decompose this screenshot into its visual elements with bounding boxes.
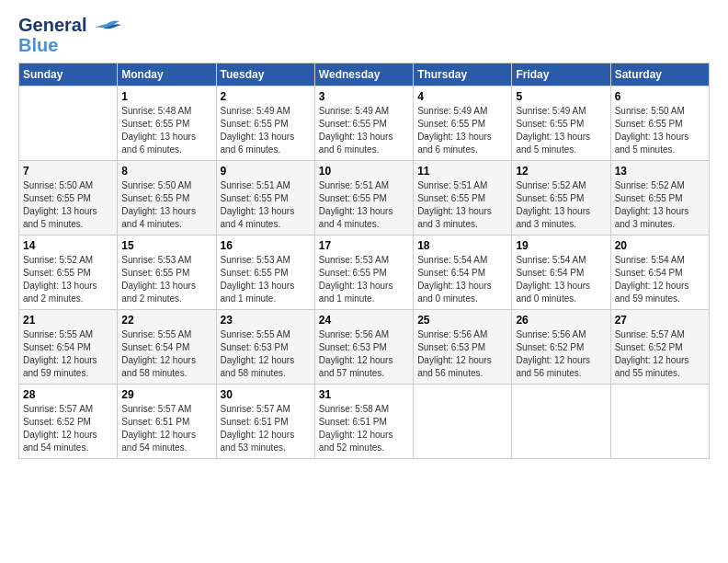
- calendar-cell: 16Sunrise: 5:53 AM Sunset: 6:55 PM Dayli…: [216, 236, 314, 310]
- day-info: Sunrise: 5:49 AM Sunset: 6:55 PM Dayligh…: [319, 105, 409, 156]
- col-header-sunday: Sunday: [19, 63, 118, 86]
- day-number: 18: [417, 239, 507, 252]
- day-number: 29: [121, 388, 211, 401]
- day-info: Sunrise: 5:49 AM Sunset: 6:55 PM Dayligh…: [516, 105, 606, 156]
- day-number: 13: [615, 165, 705, 178]
- calendar-cell: 21Sunrise: 5:55 AM Sunset: 6:54 PM Dayli…: [19, 310, 118, 385]
- day-number: 14: [23, 239, 113, 252]
- calendar-cell: 14Sunrise: 5:52 AM Sunset: 6:55 PM Dayli…: [19, 236, 118, 310]
- calendar-cell: 18Sunrise: 5:54 AM Sunset: 6:54 PM Dayli…: [414, 236, 512, 310]
- day-number: 28: [23, 388, 113, 401]
- day-info: Sunrise: 5:52 AM Sunset: 6:55 PM Dayligh…: [23, 254, 113, 305]
- day-number: 6: [615, 90, 705, 103]
- day-info: Sunrise: 5:53 AM Sunset: 6:55 PM Dayligh…: [221, 254, 311, 305]
- day-number: 23: [221, 314, 311, 327]
- calendar-cell: 23Sunrise: 5:55 AM Sunset: 6:53 PM Dayli…: [216, 310, 314, 385]
- day-info: Sunrise: 5:50 AM Sunset: 6:55 PM Dayligh…: [23, 179, 113, 231]
- calendar-cell: 10Sunrise: 5:51 AM Sunset: 6:55 PM Dayli…: [314, 161, 413, 236]
- day-number: 9: [221, 165, 311, 178]
- day-number: 25: [417, 314, 507, 327]
- day-info: Sunrise: 5:55 AM Sunset: 6:54 PM Dayligh…: [121, 328, 211, 380]
- day-info: Sunrise: 5:55 AM Sunset: 6:54 PM Dayligh…: [23, 328, 113, 380]
- calendar-cell: 1Sunrise: 5:48 AM Sunset: 6:55 PM Daylig…: [118, 86, 216, 161]
- day-info: Sunrise: 5:57 AM Sunset: 6:51 PM Dayligh…: [121, 403, 211, 454]
- day-info: Sunrise: 5:56 AM Sunset: 6:53 PM Dayligh…: [417, 328, 507, 380]
- day-number: 22: [121, 314, 211, 327]
- calendar-cell: 9Sunrise: 5:51 AM Sunset: 6:55 PM Daylig…: [216, 161, 314, 236]
- day-number: 12: [516, 165, 606, 178]
- calendar-cell: 5Sunrise: 5:49 AM Sunset: 6:55 PM Daylig…: [512, 86, 610, 161]
- col-header-tuesday: Tuesday: [216, 63, 314, 86]
- day-number: 31: [319, 388, 409, 401]
- calendar-cell: 17Sunrise: 5:53 AM Sunset: 6:55 PM Dayli…: [314, 236, 413, 310]
- calendar-cell: 31Sunrise: 5:58 AM Sunset: 6:51 PM Dayli…: [314, 385, 413, 459]
- day-number: 17: [319, 239, 409, 252]
- day-info: Sunrise: 5:49 AM Sunset: 6:55 PM Dayligh…: [417, 105, 507, 156]
- week-row-2: 7Sunrise: 5:50 AM Sunset: 6:55 PM Daylig…: [19, 161, 710, 236]
- calendar-cell: 12Sunrise: 5:52 AM Sunset: 6:55 PM Dayli…: [512, 161, 610, 236]
- col-header-friday: Friday: [512, 63, 610, 86]
- week-row-3: 14Sunrise: 5:52 AM Sunset: 6:55 PM Dayli…: [19, 236, 710, 310]
- day-number: 8: [121, 165, 211, 178]
- day-info: Sunrise: 5:57 AM Sunset: 6:52 PM Dayligh…: [615, 328, 705, 380]
- day-number: 26: [516, 314, 606, 327]
- calendar-cell: 15Sunrise: 5:53 AM Sunset: 6:55 PM Dayli…: [118, 236, 216, 310]
- day-info: Sunrise: 5:55 AM Sunset: 6:53 PM Dayligh…: [221, 328, 311, 380]
- day-number: 7: [23, 165, 113, 178]
- calendar-cell: [610, 385, 709, 459]
- calendar-cell: 13Sunrise: 5:52 AM Sunset: 6:55 PM Dayli…: [610, 161, 709, 236]
- calendar-cell: 6Sunrise: 5:50 AM Sunset: 6:55 PM Daylig…: [610, 86, 709, 161]
- day-number: 2: [221, 90, 311, 103]
- calendar-cell: 7Sunrise: 5:50 AM Sunset: 6:55 PM Daylig…: [19, 161, 118, 236]
- header-row: SundayMondayTuesdayWednesdayThursdayFrid…: [19, 63, 710, 86]
- day-number: 27: [615, 314, 705, 327]
- day-info: Sunrise: 5:53 AM Sunset: 6:55 PM Dayligh…: [121, 254, 211, 305]
- day-info: Sunrise: 5:56 AM Sunset: 6:53 PM Dayligh…: [319, 328, 409, 380]
- logo-bird-icon: [86, 18, 127, 44]
- day-number: 21: [23, 314, 113, 327]
- calendar-cell: 24Sunrise: 5:56 AM Sunset: 6:53 PM Dayli…: [314, 310, 413, 385]
- page-header: General Blue: [18, 15, 710, 55]
- calendar-cell: 20Sunrise: 5:54 AM Sunset: 6:54 PM Dayli…: [610, 236, 709, 310]
- day-info: Sunrise: 5:50 AM Sunset: 6:55 PM Dayligh…: [121, 179, 211, 231]
- day-info: Sunrise: 5:58 AM Sunset: 6:51 PM Dayligh…: [319, 403, 409, 454]
- day-info: Sunrise: 5:54 AM Sunset: 6:54 PM Dayligh…: [516, 254, 606, 305]
- day-info: Sunrise: 5:51 AM Sunset: 6:55 PM Dayligh…: [221, 179, 311, 231]
- day-info: Sunrise: 5:56 AM Sunset: 6:52 PM Dayligh…: [516, 328, 606, 380]
- calendar-cell: 3Sunrise: 5:49 AM Sunset: 6:55 PM Daylig…: [314, 86, 413, 161]
- day-number: 15: [121, 239, 211, 252]
- day-info: Sunrise: 5:57 AM Sunset: 6:52 PM Dayligh…: [23, 403, 113, 454]
- week-row-1: 1Sunrise: 5:48 AM Sunset: 6:55 PM Daylig…: [19, 86, 710, 161]
- col-header-thursday: Thursday: [414, 63, 512, 86]
- calendar-cell: 2Sunrise: 5:49 AM Sunset: 6:55 PM Daylig…: [216, 86, 314, 161]
- calendar-cell: 30Sunrise: 5:57 AM Sunset: 6:51 PM Dayli…: [216, 385, 314, 459]
- day-number: 10: [319, 165, 409, 178]
- day-number: 19: [516, 239, 606, 252]
- col-header-wednesday: Wednesday: [314, 63, 413, 86]
- calendar-cell: 22Sunrise: 5:55 AM Sunset: 6:54 PM Dayli…: [118, 310, 216, 385]
- week-row-5: 28Sunrise: 5:57 AM Sunset: 6:52 PM Dayli…: [19, 385, 710, 459]
- calendar-cell: [512, 385, 610, 459]
- day-number: 30: [221, 388, 311, 401]
- calendar-cell: [414, 385, 512, 459]
- day-number: 11: [417, 165, 507, 178]
- day-info: Sunrise: 5:52 AM Sunset: 6:55 PM Dayligh…: [516, 179, 606, 231]
- day-info: Sunrise: 5:54 AM Sunset: 6:54 PM Dayligh…: [615, 254, 705, 305]
- calendar-cell: 27Sunrise: 5:57 AM Sunset: 6:52 PM Dayli…: [610, 310, 709, 385]
- day-info: Sunrise: 5:51 AM Sunset: 6:55 PM Dayligh…: [319, 179, 409, 231]
- col-header-monday: Monday: [118, 63, 216, 86]
- day-number: 1: [121, 90, 211, 103]
- week-row-4: 21Sunrise: 5:55 AM Sunset: 6:54 PM Dayli…: [19, 310, 710, 385]
- day-info: Sunrise: 5:49 AM Sunset: 6:55 PM Dayligh…: [221, 105, 311, 156]
- calendar-cell: [19, 86, 118, 161]
- day-number: 20: [615, 239, 705, 252]
- day-number: 3: [319, 90, 409, 103]
- day-number: 24: [319, 314, 409, 327]
- day-info: Sunrise: 5:57 AM Sunset: 6:51 PM Dayligh…: [221, 403, 311, 454]
- calendar-cell: 4Sunrise: 5:49 AM Sunset: 6:55 PM Daylig…: [414, 86, 512, 161]
- calendar-table: SundayMondayTuesdayWednesdayThursdayFrid…: [18, 63, 710, 459]
- calendar-cell: 19Sunrise: 5:54 AM Sunset: 6:54 PM Dayli…: [512, 236, 610, 310]
- calendar-cell: 29Sunrise: 5:57 AM Sunset: 6:51 PM Dayli…: [118, 385, 216, 459]
- logo: General Blue: [18, 15, 127, 55]
- calendar-cell: 11Sunrise: 5:51 AM Sunset: 6:55 PM Dayli…: [414, 161, 512, 236]
